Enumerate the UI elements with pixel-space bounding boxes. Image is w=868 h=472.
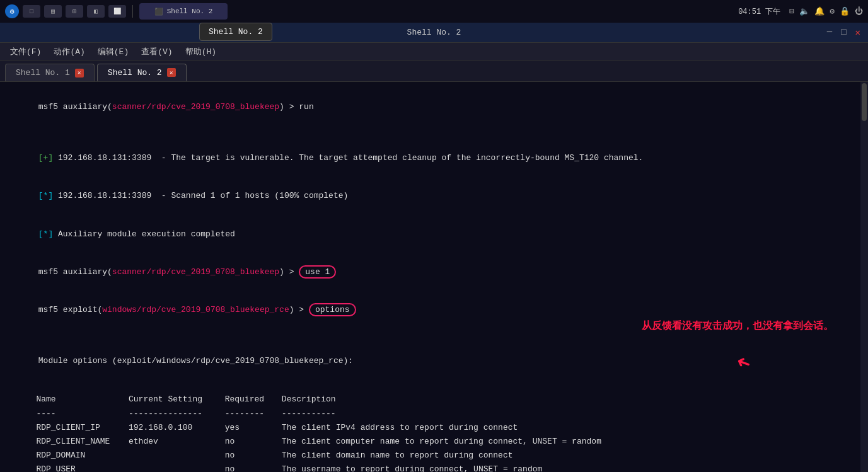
terminal-line-6: msf5 auxiliary(scanner/rdp/cve_2019_0708… xyxy=(9,253,859,291)
terminal-line-1: msf5 auxiliary(scanner/rdp/cve_2019_0708… xyxy=(9,88,859,126)
window-titlebar: Shell No. 2 ─ □ ✕ xyxy=(0,23,868,43)
lock-icon: 🔒 xyxy=(840,6,850,16)
taskbar: ⚙ □ ▤ ⊞ ◧ ⬜ ⬛ Shell No. 2 04:51 下午 ⊟ 🔈 🔔… xyxy=(0,0,868,23)
menu-edit[interactable]: 编辑(E) xyxy=(93,45,134,59)
taskbar-btn-5[interactable]: ⬜ xyxy=(108,5,126,18)
taskbar-btn-1[interactable]: □ xyxy=(23,5,40,18)
taskbar-system-icons: ⊟ 🔈 🔔 ⚙ 🔒 ⏻ xyxy=(789,6,863,16)
terminal-line-7: msf5 exploit(windows/rdp/cve_2019_0708_b… xyxy=(9,291,859,329)
terminal-blank3 xyxy=(9,380,859,393)
tab-shell-2-label: Shell No. 2 xyxy=(108,68,162,78)
taskbar-btn-2[interactable]: ▤ xyxy=(44,5,62,18)
volume-icon: 🔈 xyxy=(799,6,809,16)
taskbar-window-label: Shell No. 2 xyxy=(167,8,213,15)
scrollbar-thumb[interactable] xyxy=(862,83,867,121)
close-button[interactable]: ✕ xyxy=(853,27,863,38)
terminal-line-3: [+] 192.168.18.131:3389 - The target is … xyxy=(9,139,859,177)
menubar: 文件(F) 动作(A) 编辑(E) 查看(V) 帮助(H) xyxy=(0,43,868,60)
options-table: Name Current Setting Required Descriptio… xyxy=(21,393,698,472)
taskbar-app-icon[interactable]: ⚙ xyxy=(5,4,19,18)
tab-shell-1-close[interactable]: ✕ xyxy=(75,69,84,78)
options-row-rdp-client-ip: RDP_CLIENT_IP 192.168.0.100 yes The clie… xyxy=(21,421,698,435)
scrollbar[interactable] xyxy=(860,82,868,472)
power-icon: ⏻ xyxy=(855,7,863,16)
terminal-line-blank2 xyxy=(9,330,859,342)
options-table-sep-row: ---- --------------- -------- ----------… xyxy=(21,407,698,421)
terminal-line-blank1 xyxy=(9,126,859,139)
menu-file[interactable]: 文件(F) xyxy=(5,45,46,59)
menu-help[interactable]: 帮助(H) xyxy=(180,45,221,59)
tab-tooltip: Shell No. 2 xyxy=(199,23,272,41)
taskbar-btn-3[interactable]: ⊞ xyxy=(66,5,83,18)
shell-icon: ⬛ xyxy=(154,8,163,16)
menu-actions[interactable]: 动作(A) xyxy=(49,45,90,59)
network-icon: ⊟ xyxy=(789,6,794,16)
settings-icon: ⚙ xyxy=(830,6,835,16)
taskbar-btn-4[interactable]: ◧ xyxy=(87,5,105,18)
options-row-rdp-domain: RDP_DOMAIN no The client domain name to … xyxy=(21,449,698,463)
bell-icon: 🔔 xyxy=(814,6,825,16)
tab-shell-2-close[interactable]: ✕ xyxy=(167,68,176,77)
minimize-button[interactable]: ─ xyxy=(825,27,835,38)
tabs-bar: Shell No. 1 ✕ Shell No. 2 ✕ xyxy=(0,60,868,82)
terminal-window: Shell No. 2 ─ □ ✕ 文件(F) 动作(A) 编辑(E) 查看(V… xyxy=(0,23,868,472)
terminal-output[interactable]: msf5 auxiliary(scanner/rdp/cve_2019_0708… xyxy=(0,82,868,472)
menu-view[interactable]: 查看(V) xyxy=(136,45,177,59)
maximize-button[interactable]: □ xyxy=(838,27,848,38)
terminal-line-5: [*] Auxiliary module execution completed xyxy=(9,215,859,253)
options-row-rdp-client-name: RDP_CLIENT_NAME ethdev no The client com… xyxy=(21,435,698,449)
window-controls: ─ □ ✕ xyxy=(825,27,863,38)
tab-shell-1[interactable]: Shell No. 1 ✕ xyxy=(5,64,95,81)
options-row-rdp-user: RDP_USER no The username to report durin… xyxy=(21,463,698,472)
taskbar-shell-window[interactable]: ⬛ Shell No. 2 xyxy=(139,3,228,20)
options-table-header-row: Name Current Setting Required Descriptio… xyxy=(21,393,698,406)
terminal-line-4: [*] 192.168.18.131:3389 - Scanned 1 of 1… xyxy=(9,177,859,215)
tab-shell-1-label: Shell No. 1 xyxy=(16,68,70,78)
tab-shell-2[interactable]: Shell No. 2 ✕ xyxy=(97,64,187,81)
window-title: Shell No. 2 xyxy=(407,28,461,37)
taskbar-time: 04:51 下午 xyxy=(738,6,780,17)
